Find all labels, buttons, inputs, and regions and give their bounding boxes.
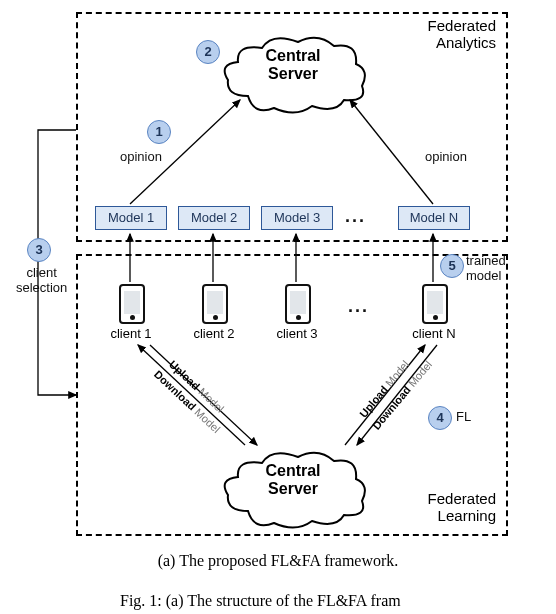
phone-icon xyxy=(202,284,228,324)
model-dots: ... xyxy=(345,206,366,227)
central-server-top: Central Server xyxy=(218,25,368,127)
fa-label-l1: Federated xyxy=(428,17,496,34)
phone-icon xyxy=(119,284,145,324)
phone-icon xyxy=(422,284,448,324)
client-label: client 2 xyxy=(189,326,239,341)
cloud-bottom-l2: Server xyxy=(268,480,318,497)
fl-label-l1: Federated xyxy=(428,490,496,507)
model-box-1: Model 1 xyxy=(95,206,167,230)
fl-box-label: Federated Learning xyxy=(428,491,496,524)
client-label: client N xyxy=(409,326,459,341)
central-server-bottom: Central Server xyxy=(218,440,368,542)
step-5: 5 xyxy=(440,254,464,278)
cloud-top-l2: Server xyxy=(268,65,318,82)
model-box-3: Model 3 xyxy=(261,206,333,230)
client-label: client 1 xyxy=(106,326,156,341)
client-label: client 3 xyxy=(272,326,322,341)
cloud-top-l1: Central xyxy=(265,47,320,64)
fa-box-label: Federated Analytics xyxy=(428,18,496,51)
fl-label-l2: Learning xyxy=(438,507,496,524)
fl-label: FL xyxy=(456,410,471,425)
figure-caption: Fig. 1: (a) The structure of the FL&FA f… xyxy=(120,592,401,610)
step-3: 3 xyxy=(27,238,51,262)
phone-icon xyxy=(285,284,311,324)
cloud-bottom-l1: Central xyxy=(265,462,320,479)
opinion-right: opinion xyxy=(425,150,467,165)
model-box-n: Model N xyxy=(398,206,470,230)
opinion-left: opinion xyxy=(120,150,162,165)
model-box-2: Model 2 xyxy=(178,206,250,230)
trained-model-label: trained model xyxy=(466,254,506,284)
step-1: 1 xyxy=(147,120,171,144)
caption-a: (a) The proposed FL&FA framework. xyxy=(0,552,556,570)
client-dots: ... xyxy=(348,296,369,317)
step-2: 2 xyxy=(196,40,220,64)
fa-label-l2: Analytics xyxy=(436,34,496,51)
step-4: 4 xyxy=(428,406,452,430)
client-selection-label: client selection xyxy=(16,266,67,296)
